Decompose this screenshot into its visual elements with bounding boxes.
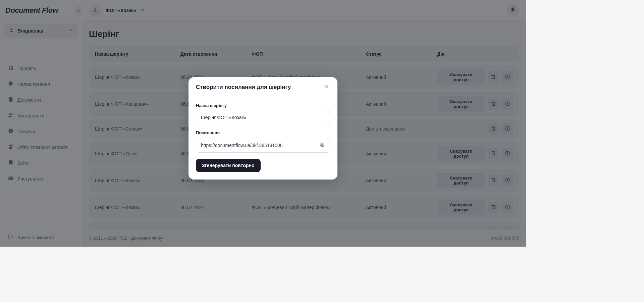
close-icon [324,84,329,91]
sharing-link-value: https://documentflow.ua/uk/.385131506 [201,143,318,148]
sharing-link-label: Посилання [196,130,330,135]
create-sharing-link-modal: Створити посилання для шерінгу Назва шер… [189,77,337,180]
modal-title: Створити посилання для шерінгу [196,84,291,91]
copy-icon [319,142,325,149]
sharing-link-field: https://documentflow.ua/uk/.385131506 [196,138,330,153]
modal-close-button[interactable] [323,84,330,91]
copy-link-button[interactable] [318,141,326,150]
modal-overlay[interactable]: Створити посилання для шерінгу Назва шер… [0,0,526,247]
sharing-name-label: Назва шерінгу [196,103,330,108]
sharing-name-input[interactable] [196,111,330,124]
regenerate-button[interactable]: Згенерувати повторно [196,159,261,172]
